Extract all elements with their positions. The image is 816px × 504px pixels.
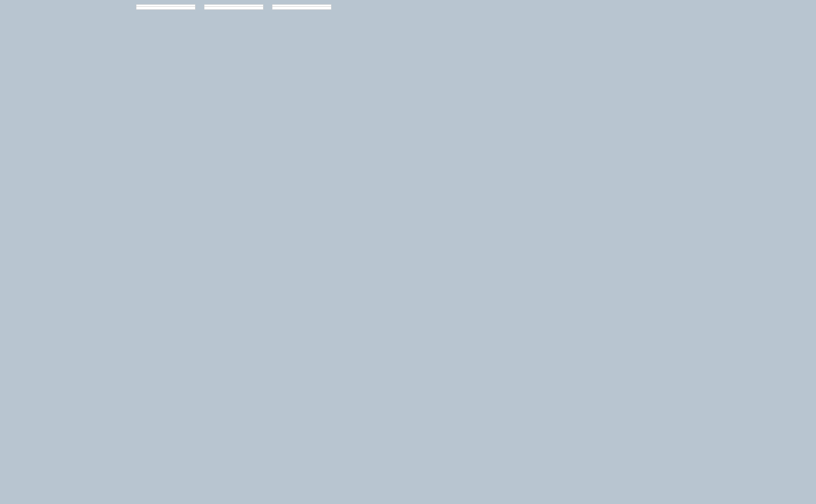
week-start-date-box xyxy=(272,4,332,10)
week-start-date-value xyxy=(272,7,331,9)
header xyxy=(4,4,812,10)
meta-boxes xyxy=(136,4,812,10)
time-interval-box xyxy=(204,4,264,10)
time-interval-value xyxy=(204,7,263,9)
schedule-start-time-box xyxy=(136,4,196,10)
schedule-start-time-value xyxy=(136,7,195,9)
page xyxy=(0,0,816,504)
page-title xyxy=(4,4,123,6)
